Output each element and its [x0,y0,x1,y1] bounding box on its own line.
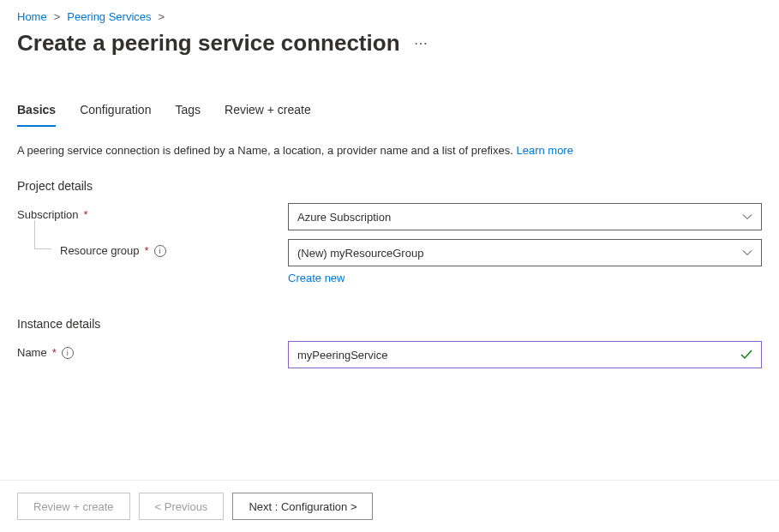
resource-group-select[interactable]: (New) myResourceGroup [288,239,762,266]
required-indicator: * [145,244,149,257]
resource-group-row: Resource group * i (New) myResourceGroup… [17,239,762,284]
name-label: Name * i [17,341,288,359]
info-icon[interactable]: i [62,347,74,359]
name-input[interactable] [288,341,762,368]
previous-button: < Previous [139,493,225,520]
review-create-button: Review + create [17,493,130,520]
tabs: Basics Configuration Tags Review + creat… [0,103,779,127]
chevron-right-icon: > [159,10,165,23]
chevron-right-icon: > [54,10,61,23]
info-icon[interactable]: i [154,245,166,257]
subscription-value: Azure Subscription [297,211,391,224]
more-icon[interactable]: ⋯ [414,35,428,51]
project-details-heading: Project details [17,179,762,193]
required-indicator: * [84,208,88,221]
subscription-label: Subscription * [17,203,288,221]
checkmark-icon [740,348,753,362]
tab-review-create[interactable]: Review + create [225,103,311,127]
breadcrumb: Home > Peering Services > [0,0,779,27]
indent-line [34,220,51,249]
instance-details-heading: Instance details [17,317,762,331]
content: A peering service connection is defined … [0,127,779,368]
create-new-link[interactable]: Create new [288,272,345,284]
description: A peering service connection is defined … [17,144,762,157]
tab-tags[interactable]: Tags [175,103,201,127]
tab-basics[interactable]: Basics [17,103,56,127]
learn-more-link[interactable]: Learn more [516,144,572,157]
resource-group-label: Resource group * i [17,239,288,257]
description-text: A peering service connection is defined … [17,144,516,157]
resource-group-value: (New) myResourceGroup [297,247,423,260]
page-title: Create a peering service connection [17,30,400,57]
tab-configuration[interactable]: Configuration [80,103,151,127]
subscription-label-text: Subscription [17,208,79,221]
name-row: Name * i [17,341,762,368]
required-indicator: * [52,346,57,359]
next-button[interactable]: Next : Configuration > [232,493,373,520]
subscription-select[interactable]: Azure Subscription [288,203,762,230]
subscription-row: Subscription * Azure Subscription [17,203,762,230]
breadcrumb-peering-services[interactable]: Peering Services [67,10,151,23]
chevron-down-icon [742,212,752,222]
resource-group-label-text: Resource group [60,244,140,257]
breadcrumb-home[interactable]: Home [17,10,47,23]
chevron-down-icon [742,248,752,258]
page-title-row: Create a peering service connection ⋯ [0,27,779,65]
footer: Review + create < Previous Next : Config… [0,480,779,532]
name-label-text: Name [17,346,47,359]
